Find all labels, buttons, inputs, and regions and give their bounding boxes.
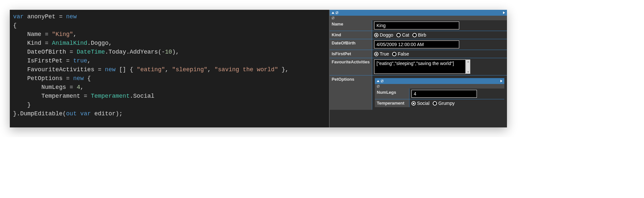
collapse-icon[interactable] — [377, 80, 379, 82]
radio-isfirstpet-true[interactable]: True — [374, 51, 389, 57]
row-temperament: Temperament Social Grumpy — [375, 99, 504, 107]
row-name: Name — [330, 20, 507, 31]
label-kind: Kind — [330, 31, 372, 39]
radio-dot-icon[interactable] — [433, 101, 437, 106]
row-favactivities: FavouriteActivities ▴ ▾ — [330, 58, 507, 75]
radio-kind-doggo[interactable]: Doggo — [374, 32, 393, 38]
row-numlegs: NumLegs — [375, 89, 504, 99]
object-subheader: Ø — [330, 16, 507, 20]
radio-isfirstpet-false[interactable]: False — [392, 51, 409, 57]
label-temperament: Temperament — [375, 99, 409, 107]
expand-icon[interactable] — [503, 11, 505, 14]
input-dob[interactable] — [374, 41, 459, 48]
collapse-icon[interactable] — [332, 12, 334, 14]
nested-petoptions: Ø Ø NumLegs Temperament S — [374, 77, 506, 108]
radio-dot-icon[interactable] — [396, 33, 401, 37]
radio-dot-icon[interactable] — [412, 33, 417, 37]
expand-icon[interactable] — [500, 80, 502, 82]
row-petoptions: PetOptions Ø Ø NumLegs — [330, 75, 507, 110]
radio-label: Social — [417, 101, 429, 106]
label-petoptions: PetOptions — [330, 75, 372, 110]
label-favactivities: FavouriteActivities — [330, 58, 372, 75]
radio-label: False — [398, 51, 409, 57]
radio-temperament-social[interactable]: Social — [411, 101, 429, 106]
radio-dot-icon[interactable] — [374, 52, 378, 56]
results-panel: Ø Ø Name Kind Doggo Cat Birb — [330, 10, 507, 127]
input-numlegs[interactable] — [411, 90, 477, 98]
nested-type-label: Ø — [381, 79, 384, 83]
row-dob: DateOfBirth — [330, 39, 507, 50]
radio-label: Birb — [418, 32, 426, 38]
textarea-favactivities[interactable] — [374, 59, 466, 74]
nested-subheader: Ø — [375, 84, 504, 89]
object-type-label: Ø — [336, 11, 339, 15]
radio-kind-cat[interactable]: Cat — [396, 32, 409, 38]
radio-group-kind: Doggo Cat Birb — [372, 31, 507, 39]
radio-label: Grumpy — [438, 101, 455, 106]
code-editor[interactable]: var anonyPet = new { Name = "King", Kind… — [10, 10, 330, 127]
app-container: var anonyPet = new { Name = "King", Kind… — [10, 10, 507, 127]
scroll-down-icon[interactable]: ▾ — [467, 70, 469, 74]
label-name: Name — [330, 20, 372, 31]
radio-group-temperament: Social Grumpy — [409, 99, 504, 107]
label-dob: DateOfBirth — [330, 39, 372, 50]
row-kind: Kind Doggo Cat Birb — [330, 31, 507, 39]
scroll-up-icon[interactable]: ▴ — [467, 60, 469, 63]
label-numlegs: NumLegs — [375, 89, 409, 99]
radio-label: Doggo — [380, 32, 393, 38]
radio-dot-icon[interactable] — [374, 33, 378, 37]
input-name[interactable] — [374, 22, 459, 29]
nested-header[interactable]: Ø — [375, 78, 504, 84]
row-isfirstpet: IsFirstPet True False — [330, 50, 507, 58]
radio-temperament-grumpy[interactable]: Grumpy — [433, 101, 455, 106]
radio-label: True — [380, 51, 389, 57]
label-isfirstpet: IsFirstPet — [330, 50, 372, 58]
radio-kind-birb[interactable]: Birb — [412, 32, 426, 38]
radio-group-isfirstpet: True False — [372, 50, 507, 58]
radio-label: Cat — [402, 32, 409, 38]
scrollbar[interactable]: ▴ ▾ — [466, 59, 470, 74]
radio-dot-icon[interactable] — [392, 52, 396, 56]
radio-dot-icon[interactable] — [411, 101, 416, 106]
object-header[interactable]: Ø — [330, 10, 507, 16]
